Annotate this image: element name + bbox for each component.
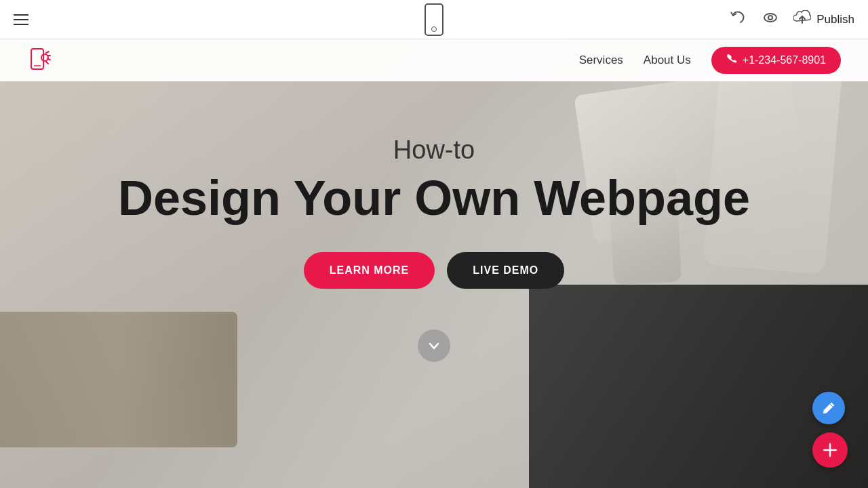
hamburger-icon[interactable]: [14, 14, 28, 25]
svg-point-0: [764, 14, 776, 22]
phone-icon: [726, 54, 737, 67]
svg-line-5: [46, 52, 49, 53]
toolbar: Publish: [0, 0, 868, 39]
site-logo: [27, 45, 58, 76]
mobile-view-icon[interactable]: [425, 3, 443, 36]
scroll-down-icon: [427, 339, 441, 352]
edit-pen-icon: [821, 401, 836, 415]
fab-container: [812, 392, 848, 468]
publish-label: Publish: [816, 13, 854, 26]
svg-point-1: [768, 16, 772, 20]
hero-subtitle: How-to: [393, 136, 475, 165]
nav-link-about[interactable]: About Us: [644, 54, 691, 67]
phone-button[interactable]: +1-234-567-8901: [711, 47, 841, 74]
add-plus-icon: [821, 441, 839, 459]
hero-buttons: LEARN MORE LIVE DEMO: [304, 252, 565, 289]
nav-link-services[interactable]: Services: [579, 54, 623, 67]
scroll-down-section: [0, 329, 868, 362]
phone-number: +1-234-567-8901: [743, 54, 826, 66]
logo-icon: [27, 45, 58, 76]
fab-edit-button[interactable]: [812, 392, 845, 424]
svg-point-9: [41, 54, 48, 61]
learn-more-button[interactable]: LEARN MORE: [304, 252, 435, 289]
site-navigation: Services About Us +1-234-567-8901: [0, 39, 868, 81]
website-preview: Services About Us +1-234-567-8901 How-to…: [0, 39, 868, 488]
undo-icon[interactable]: [728, 8, 747, 31]
live-demo-button[interactable]: LIVE DEMO: [447, 252, 564, 289]
hero-content: How-to Design Your Own Webpage LEARN MOR…: [0, 81, 868, 289]
eye-icon[interactable]: [761, 8, 780, 31]
toolbar-center: [425, 3, 443, 36]
site-nav-links: Services About Us +1-234-567-8901: [579, 47, 841, 74]
publish-cloud-icon: [793, 10, 811, 28]
scroll-down-button[interactable]: [418, 329, 450, 362]
toolbar-right: Publish: [728, 8, 854, 31]
svg-line-8: [46, 62, 48, 64]
hero-title: Design Your Own Webpage: [118, 171, 750, 225]
toolbar-left: [14, 14, 28, 25]
fab-add-button[interactable]: [812, 432, 848, 468]
publish-button[interactable]: Publish: [793, 10, 854, 28]
